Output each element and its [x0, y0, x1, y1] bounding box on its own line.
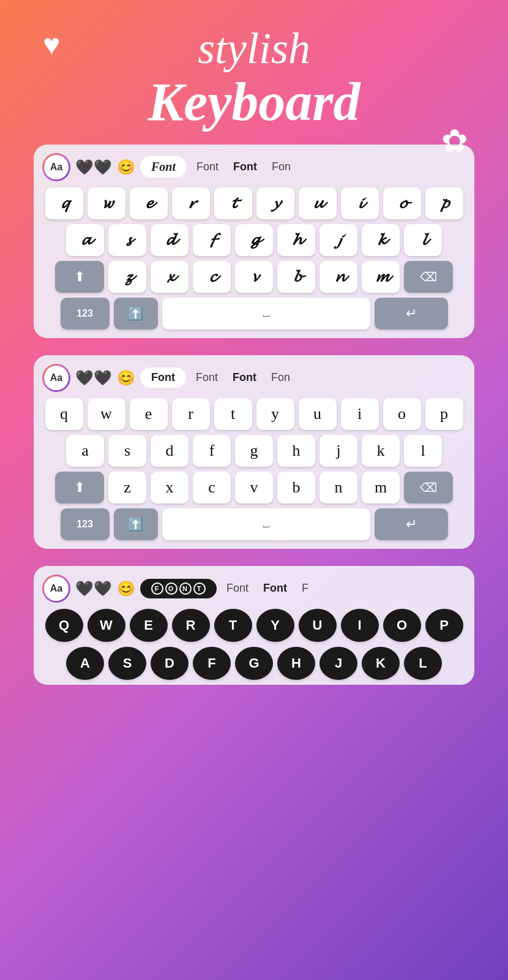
key-s-1[interactable]: 𝓼	[108, 224, 146, 256]
hearts-emoji-2[interactable]: 🖤🖤	[75, 369, 112, 386]
key-l-2[interactable]: l	[404, 435, 442, 467]
key-D-3[interactable]: D	[151, 647, 189, 680]
key-H-3[interactable]: H	[277, 647, 315, 680]
font-label2-3[interactable]: Font	[222, 579, 253, 597]
share-key-1[interactable]: ⬆️	[114, 298, 158, 330]
font-label2-1[interactable]: Font	[192, 158, 223, 176]
enter-key-2[interactable]: ↵	[375, 508, 448, 540]
key-u-2[interactable]: u	[299, 398, 337, 430]
key-A-3[interactable]: A	[66, 647, 104, 680]
key-q-1[interactable]: 𝓺	[45, 187, 83, 219]
key-Q-3[interactable]: Q	[45, 609, 83, 642]
key-i-2[interactable]: i	[341, 398, 379, 430]
key-m-2[interactable]: m	[362, 472, 400, 503]
smiley-icon-2[interactable]: 😊	[117, 369, 135, 386]
font-label4-1[interactable]: Fon	[267, 158, 296, 176]
key-n-1[interactable]: 𝓷	[319, 261, 357, 293]
key-g-2[interactable]: g	[235, 435, 273, 467]
key-a-1[interactable]: 𝓪	[66, 224, 104, 256]
font-label3-3[interactable]: Font	[258, 579, 292, 597]
shift-key-1[interactable]: ⬆	[55, 261, 104, 293]
key-q-2[interactable]: q	[45, 398, 83, 430]
key-p-1[interactable]: 𝓹	[425, 187, 463, 219]
key-k-1[interactable]: 𝓴	[362, 224, 400, 256]
aa-button-3[interactable]: Aa	[42, 575, 70, 603]
font-label2-2[interactable]: Font	[191, 369, 223, 386]
key-J-3[interactable]: J	[319, 647, 357, 680]
key-j-1[interactable]: 𝓳	[319, 224, 357, 256]
key-k-2[interactable]: k	[362, 435, 400, 467]
key-R-3[interactable]: R	[172, 609, 210, 642]
hearts-emoji-3[interactable]: 🖤🖤	[75, 580, 112, 597]
key-U-3[interactable]: U	[299, 609, 337, 642]
num-key-2[interactable]: 123	[61, 508, 110, 540]
key-y-2[interactable]: y	[256, 398, 294, 430]
key-I-3[interactable]: I	[341, 609, 379, 642]
key-w-1[interactable]: 𝔀	[88, 187, 125, 219]
key-r-2[interactable]: r	[172, 398, 210, 430]
key-t-1[interactable]: 𝓽	[214, 187, 252, 219]
key-v-2[interactable]: v	[235, 472, 273, 503]
key-h-1[interactable]: 𝓱	[277, 224, 315, 256]
key-o-2[interactable]: o	[383, 398, 421, 430]
key-Y-3[interactable]: Y	[256, 609, 294, 642]
key-n-2[interactable]: n	[319, 472, 357, 503]
space-key-2[interactable]: ⎵	[162, 508, 370, 540]
key-x-2[interactable]: x	[151, 472, 189, 503]
key-O-3[interactable]: O	[383, 609, 421, 642]
key-d-2[interactable]: d	[151, 435, 189, 467]
font-active-btn-3[interactable]: F O N T	[140, 579, 217, 598]
smiley-icon-3[interactable]: 😊	[117, 580, 135, 597]
key-z-2[interactable]: z	[108, 472, 146, 503]
share-key-2[interactable]: ⬆️	[114, 508, 158, 540]
key-a-2[interactable]: a	[66, 435, 104, 467]
key-c-2[interactable]: c	[193, 472, 231, 503]
key-i-1[interactable]: 𝓲	[341, 187, 379, 219]
font-label3-1[interactable]: Font	[228, 158, 262, 176]
key-t-2[interactable]: t	[214, 398, 252, 430]
aa-button-2[interactable]: Aa	[42, 364, 70, 392]
key-y-1[interactable]: 𝔂	[256, 187, 294, 219]
key-s-2[interactable]: s	[108, 435, 146, 467]
key-u-1[interactable]: 𝓾	[299, 187, 337, 219]
key-l-1[interactable]: 𝓵	[404, 224, 442, 256]
key-F-3[interactable]: F	[193, 647, 231, 680]
shift-key-2[interactable]: ⬆	[55, 472, 104, 503]
key-f-2[interactable]: f	[193, 435, 231, 467]
font-label3-2[interactable]: Font	[228, 369, 261, 386]
num-key-1[interactable]: 123	[61, 298, 110, 330]
font-active-btn-1[interactable]: Font	[140, 156, 187, 178]
key-W-3[interactable]: W	[88, 609, 125, 642]
key-r-1[interactable]: 𝓻	[172, 187, 210, 219]
key-j-2[interactable]: j	[319, 435, 357, 467]
key-h-2[interactable]: h	[277, 435, 315, 467]
backspace-key-2[interactable]: ⌫	[404, 472, 453, 503]
hearts-emoji-1[interactable]: 🖤🖤	[75, 159, 112, 176]
key-E-3[interactable]: E	[130, 609, 168, 642]
key-G-3[interactable]: G	[235, 647, 273, 680]
key-e-2[interactable]: e	[130, 398, 168, 430]
key-b-1[interactable]: 𝓫	[277, 261, 315, 293]
key-c-1[interactable]: 𝓬	[193, 261, 231, 293]
space-key-1[interactable]: ⎵	[162, 298, 370, 330]
key-L-3[interactable]: L	[404, 647, 442, 680]
font-label4-3[interactable]: F	[297, 579, 313, 597]
backspace-key-1[interactable]: ⌫	[404, 261, 453, 293]
smiley-icon-1[interactable]: 😊	[117, 159, 135, 176]
key-w-2[interactable]: w	[88, 398, 125, 430]
key-K-3[interactable]: K	[362, 647, 400, 680]
enter-key-1[interactable]: ↵	[375, 298, 448, 330]
key-v-1[interactable]: 𝓿	[235, 261, 273, 293]
key-g-1[interactable]: 𝓰	[235, 224, 273, 256]
font-active-btn-2[interactable]: Font	[140, 368, 186, 388]
key-S-3[interactable]: S	[108, 647, 146, 680]
key-T-3[interactable]: T	[214, 609, 252, 642]
key-m-1[interactable]: 𝓶	[362, 261, 400, 293]
key-p-2[interactable]: p	[425, 398, 463, 430]
key-z-1[interactable]: 𝔃	[108, 261, 146, 293]
aa-button-1[interactable]: Aa	[42, 153, 70, 181]
font-label4-2[interactable]: Fon	[266, 369, 295, 386]
key-b-2[interactable]: b	[277, 472, 315, 503]
key-P-3[interactable]: P	[425, 609, 463, 642]
key-f-1[interactable]: 𝓯	[193, 224, 231, 256]
